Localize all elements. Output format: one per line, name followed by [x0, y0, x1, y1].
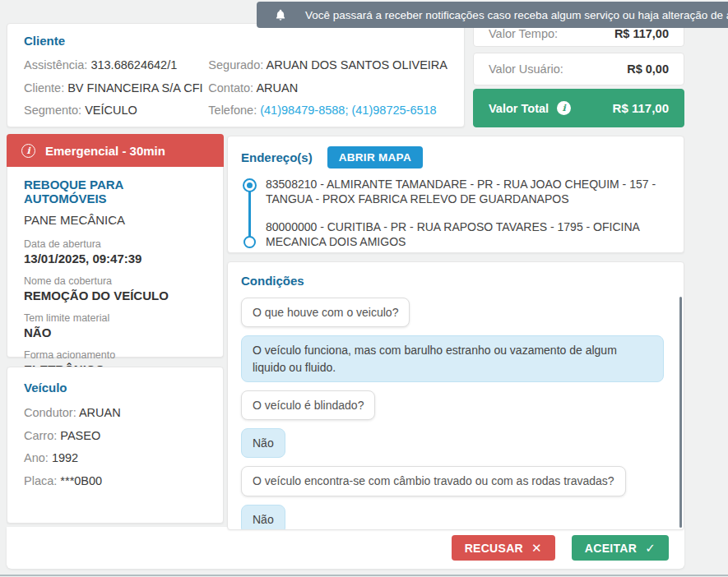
- destination-stop-icon: [243, 236, 256, 248]
- veiculo-card-title: Veículo: [24, 381, 206, 395]
- limite-material-label: Tem limite material: [24, 312, 206, 325]
- telefone-field: Telefone: (41)98479-8588; (41)98725-6518: [208, 99, 447, 122]
- segurado-value: ARUAN DOS SANTOS OLIVEIRA: [266, 58, 447, 72]
- recusar-button[interactable]: RECUSAR ✕: [452, 535, 555, 561]
- valor-tempo-value: R$ 117,00: [614, 27, 669, 40]
- valor-usuario-value: R$ 0,00: [627, 62, 669, 76]
- ano-value: 1992: [52, 451, 78, 464]
- service-name: REBOQUE PARA AUTOMÓVEIS: [24, 178, 206, 205]
- emergencial-banner: i Emergencial - 30min: [7, 134, 224, 167]
- placa-value: ***0B00: [60, 474, 102, 487]
- valor-total-label: Valor Total: [489, 102, 549, 115]
- service-problem: PANE MECÂNICA: [24, 213, 206, 227]
- data-abertura-pair: Data de abertura 13/01/2025, 09:47:39: [24, 238, 206, 266]
- assistencia-value: 313.68624642/1: [90, 58, 177, 72]
- segmento-label: Segmento:: [24, 104, 81, 117]
- cliente-value: BV FINANCEIRA S/A CFI: [67, 81, 202, 95]
- notification-text: Você passará a receber notificações caso…: [305, 9, 728, 21]
- conditions-scrollbar[interactable]: [679, 297, 682, 528]
- condicoes-card: Condições O que houve com o veiculo? O v…: [227, 261, 684, 530]
- cliente-field: Cliente: BV FINANCEIRA S/A CFI: [24, 77, 208, 100]
- answer-bubble: O veículo funciona, mas com barulho estr…: [241, 335, 664, 382]
- assistencia-label: Assistência:: [24, 58, 87, 72]
- valor-total-value: R$ 117,00: [613, 101, 669, 115]
- data-abertura-value: 13/01/2025, 09:47:39: [24, 251, 206, 266]
- condutor-value: ARUAN: [79, 406, 121, 419]
- notification-toast[interactable]: Você passará a receber notificações caso…: [257, 2, 728, 28]
- condutor-field: Condutor: ARUAN: [24, 402, 206, 425]
- bottom-divider: [0, 575, 728, 576]
- segmento-value: VEÍCULO: [85, 104, 137, 117]
- telefone-value-link[interactable]: (41)98479-8588; (41)98725-6518: [260, 104, 436, 117]
- limite-material-value: NÃO: [24, 325, 206, 340]
- valor-usuario-label: Valor Usuário:: [489, 62, 563, 76]
- destination-address: 80000000 - CURITIBA - PR - RUA RAPOSO TA…: [266, 219, 670, 249]
- placa-label: Placa:: [24, 474, 57, 487]
- forma-acionamento-label: Forma acionamento: [24, 349, 206, 362]
- condutor-label: Condutor:: [24, 406, 77, 419]
- cliente-card-title: Cliente: [24, 34, 447, 48]
- cliente-card: Cliente Assistência: 313.68624642/1 Clie…: [7, 23, 465, 127]
- contato-field: Contato: ARUAN: [208, 77, 447, 100]
- enderecos-card-title: Endereço(s): [241, 150, 313, 164]
- recusar-label: RECUSAR: [465, 542, 523, 555]
- emergencial-banner-label: Emergencial - 30min: [45, 144, 165, 158]
- placa-field: Placa: ***0B00: [24, 470, 206, 493]
- address-timeline: 83508210 - ALMIRANTE TAMANDARE - PR - RU…: [241, 177, 670, 249]
- ano-field: Ano: 1992: [24, 447, 206, 470]
- abrir-mapa-button[interactable]: ABRIR MAPA: [327, 146, 423, 168]
- assistencia-field: Assistência: 313.68624642/1: [24, 54, 208, 77]
- veiculo-card: Veículo Condutor: ARUAN Carro: PASEO Ano…: [7, 367, 224, 524]
- answer-bubble: Não: [241, 505, 285, 530]
- answer-bubble: Não: [241, 428, 285, 458]
- timeline-connector: [248, 188, 251, 239]
- carro-field: Carro: PASEO: [24, 425, 206, 448]
- data-abertura-label: Data de abertura: [24, 238, 206, 251]
- cobertura-pair: Nome da cobertura REMOÇÃO DO VEÍCULO: [24, 275, 206, 303]
- ano-label: Ano:: [24, 451, 49, 464]
- info-icon: i: [21, 144, 35, 158]
- question-bubble: O veículo é blindado?: [241, 390, 375, 420]
- info-icon[interactable]: i: [557, 101, 571, 115]
- carro-label: Carro:: [24, 429, 57, 442]
- aceitar-button[interactable]: ACEITAR ✓: [572, 535, 669, 561]
- segmento-field: Segmento: VEÍCULO: [24, 99, 208, 122]
- question-bubble: O que houve com o veiculo?: [241, 298, 410, 327]
- condicoes-card-title: Condições: [241, 274, 664, 288]
- valor-usuario-row: Valor Usuário: R$ 0,00: [473, 53, 684, 85]
- cobertura-value: REMOÇÃO DO VEÍCULO: [24, 288, 206, 303]
- check-icon: ✓: [645, 541, 656, 556]
- telefone-label: Telefone:: [208, 104, 257, 117]
- contato-value: ARUAN: [256, 81, 298, 95]
- valor-tempo-label: Valor Tempo:: [489, 27, 558, 40]
- valor-total-row: Valor Total i R$ 117,00: [473, 89, 684, 127]
- origin-stop-icon: [243, 178, 257, 192]
- servico-card: REBOQUE PARA AUTOMÓVEIS PANE MECÂNICA Da…: [7, 167, 224, 358]
- limite-material-pair: Tem limite material NÃO: [24, 312, 206, 340]
- contato-label: Contato:: [208, 81, 253, 95]
- origin-address: 83508210 - ALMIRANTE TAMANDARE - PR - RU…: [266, 177, 670, 206]
- question-bubble: O veículo encontra-se com câmbio travado…: [241, 466, 626, 496]
- cobertura-label: Nome da cobertura: [24, 275, 206, 288]
- close-icon: ✕: [531, 541, 542, 556]
- bell-icon: [274, 8, 287, 22]
- footer-action-bar: RECUSAR ✕ ACEITAR ✓: [7, 527, 684, 569]
- segurado-field: Segurado: ARUAN DOS SANTOS OLIVEIRA: [208, 54, 447, 77]
- segurado-label: Segurado:: [208, 58, 263, 72]
- carro-value: PASEO: [60, 429, 100, 442]
- cliente-label: Cliente:: [24, 81, 64, 95]
- aceitar-label: ACEITAR: [585, 542, 637, 555]
- enderecos-card: Endereço(s) ABRIR MAPA 83508210 - ALMIRA…: [227, 136, 684, 253]
